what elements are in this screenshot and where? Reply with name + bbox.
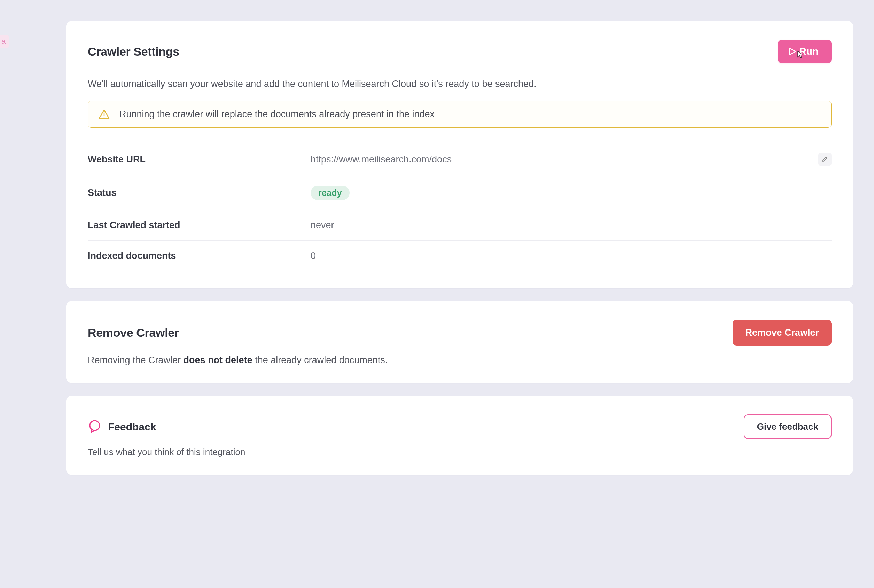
feedback-title: Feedback <box>108 421 156 433</box>
chat-bubble-icon <box>88 419 102 435</box>
feedback-desc: Tell us what you think of this integrati… <box>88 447 832 458</box>
status-badge: ready <box>311 186 350 200</box>
crawler-warning-text: Running the crawler will replace the doc… <box>119 109 435 120</box>
remove-desc-prefix: Removing the Crawler <box>88 355 184 365</box>
website-url-value: https://www.meilisearch.com/docs <box>311 154 818 165</box>
row-status: Status ready <box>88 176 832 210</box>
row-indexed-documents: Indexed documents 0 <box>88 241 832 271</box>
pencil-icon <box>821 156 828 164</box>
last-crawled-label: Last Crawled started <box>88 220 311 231</box>
remove-crawler-desc: Removing the Crawler does not delete the… <box>88 355 832 366</box>
status-label: Status <box>88 188 311 198</box>
svg-marker-0 <box>790 48 795 55</box>
crawler-settings-desc: We'll automatically scan your website an… <box>88 79 832 89</box>
give-feedback-button[interactable]: Give feedback <box>744 414 832 439</box>
remove-crawler-button[interactable]: Remove Crawler <box>733 320 832 346</box>
svg-point-3 <box>104 116 104 117</box>
svg-point-5 <box>90 421 99 430</box>
left-edge-tag: a <box>0 35 9 48</box>
indexed-documents-label: Indexed documents <box>88 250 311 261</box>
row-website-url: Website URL https://www.meilisearch.com/… <box>88 143 832 176</box>
crawler-settings-title: Crawler Settings <box>88 45 179 58</box>
feedback-card: Feedback Give feedback Tell us what you … <box>66 396 853 475</box>
edit-website-url-button[interactable] <box>818 153 832 166</box>
indexed-documents-value: 0 <box>311 250 832 261</box>
run-button-label: Run <box>799 46 818 57</box>
remove-crawler-card: Remove Crawler Remove Crawler Removing t… <box>66 301 853 383</box>
crawler-warning-alert: Running the crawler will replace the doc… <box>88 100 832 128</box>
remove-crawler-title: Remove Crawler <box>88 326 179 340</box>
warning-icon <box>99 108 110 120</box>
run-button[interactable]: Run <box>778 40 832 63</box>
crawler-settings-card: Crawler Settings Run We'll automatically… <box>66 21 853 288</box>
remove-desc-suffix: the already crawled documents. <box>253 355 388 365</box>
remove-desc-bold: does not delete <box>184 355 253 365</box>
website-url-label: Website URL <box>88 154 311 165</box>
last-crawled-value: never <box>311 220 832 231</box>
row-last-crawled: Last Crawled started never <box>88 210 832 241</box>
play-icon <box>789 48 796 56</box>
